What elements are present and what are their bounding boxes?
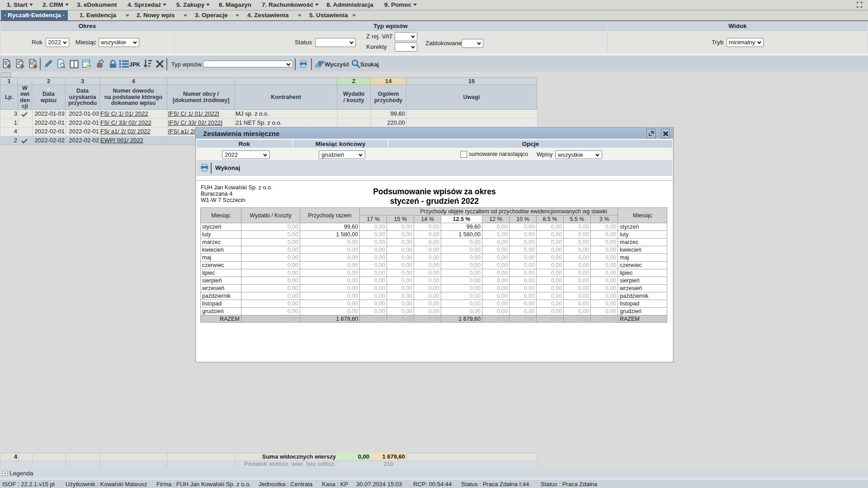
svg-text:Z: Z — [17, 61, 20, 66]
svg-text:U: U — [30, 61, 33, 66]
svg-text:S: S — [4, 61, 7, 66]
